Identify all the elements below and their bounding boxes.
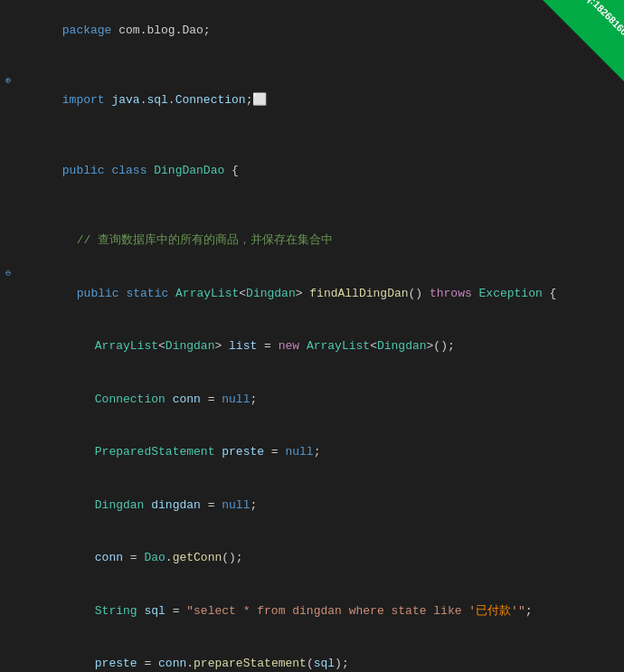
- plain-text: com.blog.Dao;: [111, 24, 210, 37]
- type-d1b: Dingdan: [377, 339, 427, 353]
- keyword-package: package: [62, 24, 112, 37]
- code-line-getconn1: conn = Dao.getConn();: [0, 532, 624, 585]
- type-string1: String: [95, 604, 137, 618]
- code-content-prepare1: preste = conn.prepareStatement(sql);: [16, 638, 624, 673]
- comment-text-1: // 查询数据库中的所有的商品，并保存在集合中: [77, 233, 333, 247]
- code-line-list1: ArrayList<Dingdan> list = new ArrayList<…: [0, 320, 624, 374]
- var-preste2: preste: [95, 657, 137, 670]
- var-dingdan1: dingdan: [151, 498, 201, 512]
- code-editor: qq:1826816020 85work.com package com.blo…: [0, 0, 624, 672]
- var-conn3: conn: [158, 657, 186, 670]
- code-line-prepare1: preste = conn.prepareStatement(sql);: [0, 638, 624, 673]
- class-dao1: Dao: [144, 551, 165, 564]
- code-content-class: public class DingDanDao {: [16, 144, 624, 197]
- kw-public2: public: [77, 287, 119, 300]
- code-line-method1: ⊖ public static ArrayList<Dingdan> findA…: [0, 267, 624, 320]
- var-sql1b: sql: [314, 657, 335, 670]
- keyword-import: import: [62, 93, 105, 107]
- kw-class: class: [111, 164, 147, 177]
- type-connection: Connection: [95, 393, 165, 406]
- code-line-empty-3: [0, 197, 624, 214]
- collapse-method1[interactable]: ⊖: [5, 267, 11, 280]
- code-line-conn: Connection conn = null;: [0, 373, 624, 426]
- type-al1b: ArrayList: [307, 339, 370, 353]
- kw-throws1: throws: [430, 287, 472, 300]
- code-content-conn: Connection conn = null;: [16, 373, 624, 426]
- class-name: DingDanDao: [154, 164, 224, 177]
- watermark-top-text: qq:1826816020: [578, 0, 624, 47]
- type-dingdan2: Dingdan: [95, 498, 145, 512]
- import-path: java.sql.Connection: [111, 93, 245, 107]
- code-line-empty-1: [0, 57, 624, 74]
- gutter-method1: ⊖: [0, 267, 16, 280]
- var-sql1: sql: [144, 604, 165, 618]
- code-content-list1: ArrayList<Dingdan> list = new ArrayList<…: [16, 320, 624, 374]
- code-line-empty-2: [0, 127, 624, 144]
- code-line-import: ⊕ import java.sql.Connection;⬜: [0, 74, 624, 128]
- method-prepare1: prepareStatement: [194, 657, 307, 670]
- str-sql1: "select * from dingdan where state like …: [186, 604, 476, 618]
- code-content-method1: public static ArrayList<Dingdan> findAll…: [16, 267, 624, 320]
- gutter-import: ⊕: [0, 74, 16, 88]
- code-line-comment1: // 查询数据库中的所有的商品，并保存在集合中: [0, 214, 624, 268]
- import-indicator: ⬜: [252, 93, 267, 107]
- kw-public: public: [62, 164, 105, 177]
- type-dingdan1: Dingdan: [246, 287, 296, 300]
- kw-static1: static: [126, 287, 168, 300]
- code-content-1: package com.blog.Dao;: [16, 4, 624, 57]
- code-line-sql1: String sql = "select * from dingdan wher…: [0, 584, 624, 638]
- code-line-1: package com.blog.Dao;: [0, 4, 624, 57]
- kw-new1: new: [279, 339, 299, 353]
- code-content-comment1: // 查询数据库中的所有的商品，并保存在集合中: [16, 214, 624, 268]
- code-content-import: import java.sql.Connection;⬜: [16, 74, 624, 128]
- type-arraylist1: ArrayList: [175, 287, 239, 300]
- var-conn2: conn: [95, 551, 123, 564]
- code-content-dingdan1: Dingdan dingdan = null;: [16, 478, 624, 532]
- kw-null3: null: [222, 498, 250, 512]
- code-content-sql1: String sql = "select * from dingdan wher…: [16, 584, 624, 638]
- str-sql1-end: '": [511, 604, 525, 618]
- code-line-dingdan1: Dingdan dingdan = null;: [0, 478, 624, 532]
- kw-null1: null: [222, 393, 250, 406]
- type-al1: ArrayList: [95, 339, 158, 353]
- type-d1: Dingdan: [165, 339, 215, 353]
- str-sql1-paid: 已付款: [476, 604, 511, 618]
- kw-null2: null: [285, 445, 313, 459]
- code-line-class: public class DingDanDao {: [0, 144, 624, 197]
- type-exception1: Exception: [479, 287, 543, 300]
- var-conn: conn: [173, 393, 201, 406]
- method-getconn1: getConn: [173, 551, 222, 564]
- code-content-getconn1: conn = Dao.getConn();: [16, 532, 624, 585]
- code-content-preste: PreparedStatement preste = null;: [16, 426, 624, 479]
- method-name1: findAllDingDan: [309, 287, 408, 300]
- type-ps1: PreparedStatement: [95, 445, 215, 459]
- code-line-preste: PreparedStatement preste = null;: [0, 426, 624, 479]
- var-preste1: preste: [222, 445, 264, 459]
- collapse-import[interactable]: ⊕: [5, 74, 11, 88]
- var-list1: list: [229, 339, 257, 353]
